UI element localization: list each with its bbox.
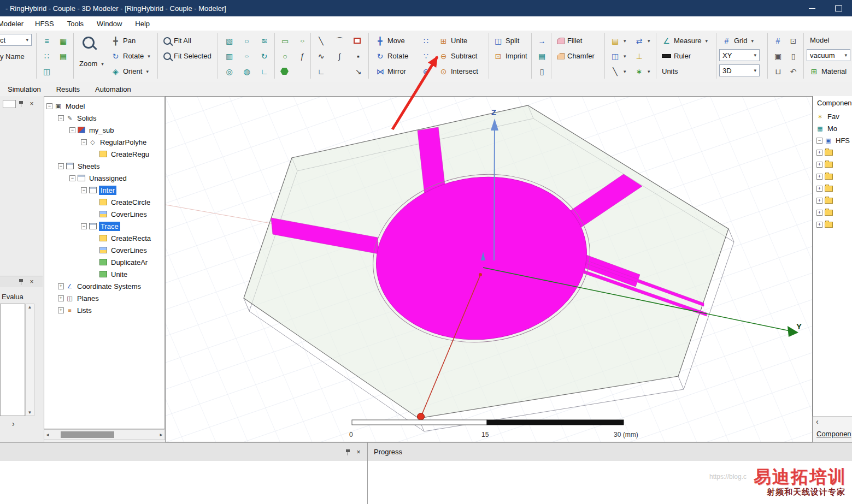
material-button[interactable]: ⊞ Material <box>807 64 849 78</box>
expand-toggle[interactable]: + <box>816 210 822 216</box>
scroll-right-icon[interactable]: ► <box>159 432 163 437</box>
modeler-quick-icon-1[interactable]: ≡ <box>39 34 54 48</box>
measure-dropdown[interactable]: ∠ Measure ▾ <box>659 34 710 48</box>
axis-tool-button[interactable]: ⊥ <box>632 49 647 63</box>
modeler-quick-icon-3[interactable]: ∷ <box>39 49 54 63</box>
units-button[interactable]: Units <box>659 64 681 78</box>
view-single-button[interactable]: ▯ <box>786 49 801 63</box>
draw-circle-button[interactable]: ○ <box>278 49 292 63</box>
movement-mode-combo[interactable]: 3D ▾ <box>719 64 760 76</box>
drawing-plane-combo[interactable]: XY ▾ <box>719 49 760 61</box>
chamfer-button[interactable]: Chamfer <box>554 49 597 63</box>
component-item-favorites[interactable]: ∗ Fav <box>813 110 852 122</box>
tree-item-my-sub[interactable]: − my_sub <box>44 124 164 136</box>
boolean-dropdown[interactable]: ◫▾ <box>608 49 629 63</box>
snap-center-button[interactable]: ⊡ <box>786 34 801 48</box>
expand-toggle[interactable]: + <box>816 150 822 156</box>
draw-spline-button[interactable]: ∿ <box>314 49 328 63</box>
select-mode-combo[interactable]: ct ▾ <box>0 34 32 46</box>
draw-equation-curve-button[interactable]: ∫ <box>332 49 347 63</box>
tree-item-coverlines-2[interactable]: CoverLines <box>44 244 164 256</box>
fit-selected-button[interactable]: Fit Selected <box>161 49 214 63</box>
pin-icon[interactable] <box>19 101 23 107</box>
pan-button[interactable]: ╋ Pan <box>108 34 138 48</box>
draw-cylinder-button[interactable]: ▥ <box>222 49 237 63</box>
draw-sphere-button[interactable]: ○ <box>239 34 254 48</box>
subtract-button[interactable]: ⊖ Subtract <box>436 49 480 63</box>
pin-icon[interactable] <box>19 279 23 285</box>
expand-toggle[interactable]: − <box>69 175 75 181</box>
pin-icon[interactable] <box>345 449 350 455</box>
expand-toggle[interactable]: + <box>816 186 822 192</box>
collapse-left-icon[interactable]: ‹ <box>816 417 819 426</box>
duplicate-axis-button[interactable]: ∵ <box>419 49 433 63</box>
zoom-button[interactable] <box>80 34 97 51</box>
zoom-dropdown[interactable]: Zoom ▾ <box>77 57 107 70</box>
region-button[interactable] <box>351 34 363 48</box>
tree-item-trace[interactable]: − Trace <box>44 220 164 232</box>
draw-disc-button[interactable]: ◍ <box>239 64 254 78</box>
draw-arc-button[interactable]: ⌒ <box>332 34 347 48</box>
expand-toggle[interactable]: + <box>58 283 64 289</box>
expand-toggle[interactable]: − <box>81 223 87 229</box>
fit-all-button[interactable]: Fit All <box>161 34 194 48</box>
component-folder-6[interactable]: + <box>813 206 852 218</box>
close-icon[interactable]: × <box>28 278 36 286</box>
draw-polyline3d-button[interactable]: ∟ <box>257 64 272 78</box>
expand-toggle[interactable]: + <box>816 222 822 228</box>
tree-item-duplicatearound[interactable]: DuplicateAr <box>44 256 164 268</box>
modeler-quick-icon-5[interactable]: ◫ <box>39 64 54 78</box>
scroll-left-icon[interactable]: ◄ <box>45 432 50 437</box>
expand-toggle[interactable]: − <box>816 138 822 144</box>
intersect-button[interactable]: ⊙ Intersect <box>436 64 481 78</box>
tree-item-model[interactable]: − ▣ Model <box>44 100 164 112</box>
sheet-list-button[interactable]: ▤ <box>534 49 549 63</box>
component-bottom-tab[interactable]: Componen <box>816 430 851 438</box>
expand-toggle[interactable]: + <box>816 162 822 168</box>
component-folder-2[interactable]: + <box>813 158 852 170</box>
unite-button[interactable]: ⊞ Unite <box>436 34 470 48</box>
point-button[interactable]: ▪ <box>351 49 366 63</box>
close-icon[interactable]: × <box>28 100 36 108</box>
expand-right-icon[interactable]: › <box>12 419 15 428</box>
ruler-button[interactable]: Ruler <box>659 49 694 63</box>
boundary-dropdown[interactable]: ▤▾ <box>608 34 629 48</box>
modeler-quick-icon-4[interactable]: ▤ <box>56 49 70 63</box>
expand-toggle[interactable]: − <box>69 127 75 133</box>
expand-toggle[interactable]: − <box>81 187 87 193</box>
material-combo[interactable]: vacuum ▾ <box>807 49 850 61</box>
draw-helix-button[interactable]: ≋ <box>257 34 272 48</box>
tab-simulation[interactable]: Simulation <box>0 82 49 96</box>
component-item-models[interactable]: ▦ Mo <box>813 122 852 134</box>
open-region-button[interactable]: ⊔ <box>771 64 785 78</box>
tab-results[interactable]: Results <box>49 82 87 96</box>
imprint-button[interactable]: ⊡ Imprint <box>491 49 530 63</box>
tree-item-unite[interactable]: Unite <box>44 268 164 280</box>
draw-equation-button[interactable]: ƒ <box>295 49 310 63</box>
draw-rectangle-button[interactable]: ▭ <box>278 34 292 48</box>
tree-item-solids[interactable]: − ✎ Solids <box>44 112 164 124</box>
modeler-quick-icon-2[interactable]: ▦ <box>56 34 70 48</box>
modeler-3d-viewport[interactable]: Z Y 0 15 30 (mm) <box>165 96 813 442</box>
tree-item-planes[interactable]: + ◫ Planes <box>44 292 164 304</box>
value-list[interactable] <box>0 304 25 416</box>
draw-ellipsoid-button[interactable]: ○ <box>239 49 254 63</box>
component-folder-1[interactable]: + <box>813 146 852 158</box>
expand-toggle[interactable]: − <box>58 163 64 169</box>
menu-hfss[interactable]: HFSS <box>28 16 61 31</box>
tree-item-inter[interactable]: − Inter <box>44 184 164 196</box>
component-folder-4[interactable]: + <box>813 182 852 194</box>
tree-item-createregularpolyhedron[interactable]: CreateRegu <box>44 148 164 160</box>
draw-box-button[interactable]: ▧ <box>222 34 237 48</box>
draw-ellipse-button[interactable]: ○ <box>295 34 310 48</box>
rotate-view-dropdown[interactable]: ↻ Rotate ▾ <box>108 49 153 63</box>
tree-item-lists[interactable]: + ≡ Lists <box>44 304 164 316</box>
component-item-hfss[interactable]: − ▣ HFS <box>813 134 852 146</box>
maximize-button[interactable] <box>832 3 844 13</box>
scroll-up-icon[interactable]: ▲ <box>28 305 32 310</box>
tree-item-sheets[interactable]: − Sheets <box>44 160 164 172</box>
tree-item-regularpolyhedron[interactable]: − ◇ RegularPolyhe <box>44 136 164 148</box>
minimize-button[interactable] <box>806 3 818 13</box>
draw-spiral-button[interactable]: ↻ <box>257 49 272 63</box>
close-icon[interactable]: × <box>355 448 362 456</box>
